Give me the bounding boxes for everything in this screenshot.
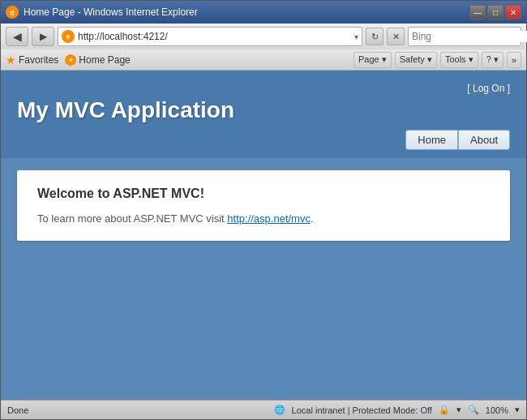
safety-menu-button[interactable]: Safety ▾ [395,52,437,68]
title-bar-text: Home Page - Windows Internet Explorer [24,6,465,18]
header-top-row: [ Log On ] [17,83,510,94]
stop-button[interactable]: ✕ [387,28,405,45]
title-bar: e Home Page - Windows Internet Explorer … [1,1,526,24]
zoom-level: 100% [486,405,508,415]
fav-item-label: Home Page [79,54,130,66]
search-input[interactable] [409,31,527,42]
favorites-item-homepage[interactable]: e Home Page [65,54,130,66]
close-button[interactable]: ✕ [505,5,521,19]
page-header: [ Log On ] My MVC Application Home About [1,71,526,158]
page-body: Welcome to ASP.NET MVC! To learn more ab… [1,158,526,400]
welcome-text-after: . [311,212,314,225]
zoom-dropdown-icon: ▾ [456,405,461,415]
more-tools-button[interactable]: » [507,52,521,68]
minimize-button[interactable]: — [469,5,486,19]
favorites-bar: ★ Favorites e Home Page Page ▾ Safety ▾ … [1,49,526,71]
nav-row: ◀ ▶ e http://localhost:4212/ ▾ ↻ ✕ 🔍 [6,27,521,46]
help-menu-button[interactable]: ? ▾ [482,52,503,68]
forward-button[interactable]: ▶ [32,27,54,46]
status-right: 🌐 Local intranet | Protected Mode: Off 🔒… [274,405,520,416]
toolbar-area: ◀ ▶ e http://localhost:4212/ ▾ ↻ ✕ 🔍 [1,24,526,49]
page-icon: e [62,30,75,43]
status-bar: Done 🌐 Local intranet | Protected Mode: … [1,400,526,419]
toolbar-right: Page ▾ Safety ▾ Tools ▾ ? ▾ » [353,52,521,68]
welcome-heading: Welcome to ASP.NET MVC! [37,186,490,201]
window-controls: — □ ✕ [469,5,521,19]
aspnet-mvc-link[interactable]: http://asp.net/mvc [227,212,311,225]
security-icon: 🌐 [274,405,285,416]
browser-window: e Home Page - Windows Internet Explorer … [0,0,527,420]
page-favicon: e [65,54,76,66]
tools-menu-button[interactable]: Tools ▾ [440,52,478,68]
star-icon: ★ [6,54,16,66]
welcome-text: To learn more about ASP.NET MVC visit ht… [37,212,490,225]
lock-icon: 🔒 [439,405,450,416]
nav-buttons: Home About [405,130,510,150]
log-on-link[interactable]: [ Log On ] [467,83,510,94]
search-bar[interactable]: 🔍 [408,27,521,46]
address-dropdown-icon[interactable]: ▾ [354,32,358,41]
zoom-dropdown2-icon[interactable]: ▾ [515,405,520,415]
zone-text: Local intranet | Protected Mode: Off [292,405,432,415]
address-text: http://localhost:4212/ [78,31,351,42]
zoom-icon: 🔍 [468,405,479,415]
app-title: My MVC Application [17,97,510,123]
refresh-button[interactable]: ↻ [366,28,383,45]
status-text: Done [7,405,28,415]
home-nav-button[interactable]: Home [405,130,458,150]
browser-icon: e [6,6,19,19]
welcome-text-before: To learn more about ASP.NET MVC visit [37,212,227,225]
about-nav-button[interactable]: About [458,130,510,150]
favorites-label: Favorites [19,54,58,66]
maximize-button[interactable]: □ [487,5,503,19]
content-box: Welcome to ASP.NET MVC! To learn more ab… [17,170,510,241]
back-button[interactable]: ◀ [6,27,28,46]
favorites-button[interactable]: ★ Favorites [6,54,58,66]
address-bar[interactable]: e http://localhost:4212/ ▾ [58,27,362,46]
header-nav: Home About [17,130,510,150]
browser-content: [ Log On ] My MVC Application Home About… [1,71,526,400]
page-menu-button[interactable]: Page ▾ [353,52,392,68]
